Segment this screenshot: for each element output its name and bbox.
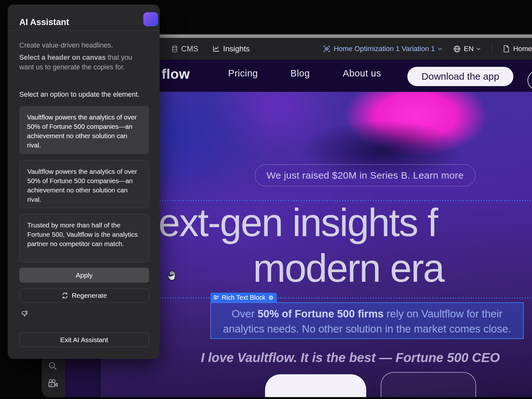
- panel-title: AI Assistant: [19, 17, 69, 27]
- partial-circle-element: [528, 71, 532, 90]
- hero-headline-line2: modern era: [165, 249, 532, 288]
- selected-element-label: Rich Text Block: [222, 294, 265, 301]
- target-icon: [323, 45, 331, 53]
- rich-text-block-icon: [213, 295, 219, 300]
- ai-assistant-panel: AI Assistant Create value-driven headlin…: [8, 4, 160, 359]
- page-selector-home[interactable]: Home: [503, 45, 532, 53]
- page-icon: [503, 45, 510, 53]
- panel-divider: [8, 31, 160, 31]
- video-record-icon[interactable]: [48, 379, 58, 388]
- testimonial-quote: I love Vaultflow. It is the best — Fortu…: [169, 350, 532, 365]
- ai-gradient-icon: [143, 12, 158, 26]
- grab-cursor: [166, 269, 178, 282]
- line-chart-icon: [212, 45, 220, 53]
- chevron-down-icon: [476, 48, 481, 50]
- ai-option-3[interactable]: Trusted by more than half of the Fortune…: [19, 214, 149, 262]
- regenerate-label: Regenerate: [72, 292, 107, 299]
- announcement-pill[interactable]: We just raised $20M in Series B. Learn m…: [255, 164, 475, 186]
- nav-link-about[interactable]: About us: [343, 68, 381, 79]
- selection-dotted-line: [101, 297, 532, 298]
- download-app-button[interactable]: Download the app: [407, 67, 513, 86]
- panel-prompt: Select an option to update the element.: [19, 91, 139, 99]
- language-selector[interactable]: EN: [453, 45, 481, 53]
- site-frame: flow Pricing Blog About us Download the …: [101, 60, 532, 397]
- thumbs-down-icon[interactable]: [21, 310, 28, 318]
- hero-primary-button-partial[interactable]: [265, 374, 366, 397]
- toolbar-right-cluster: Home Optimization 1 Variation 1 EN: [323, 44, 532, 54]
- hero-secondary-button-partial[interactable]: [381, 372, 476, 397]
- screenshot-stage: CMS Insights Home Optimization 1 Var: [0, 0, 532, 399]
- cms-label: CMS: [181, 44, 198, 53]
- variant-label: Home Optimization 1 Variation 1: [334, 45, 435, 53]
- regenerate-button[interactable]: Regenerate: [19, 288, 149, 303]
- ai-option-1[interactable]: Vaultflow powers the analytics of over 5…: [19, 106, 149, 154]
- selected-element-tag[interactable]: Rich Text Block: [210, 293, 277, 302]
- nav-link-pricing[interactable]: Pricing: [228, 68, 258, 79]
- exit-ai-assistant-button[interactable]: Exit AI Assistant: [19, 332, 149, 347]
- site-logo[interactable]: flow: [162, 66, 190, 82]
- panel-intro-text: Create value-driven headlines. Select a …: [19, 40, 134, 75]
- site-navbar: flow Pricing Blog About us Download the …: [101, 60, 532, 92]
- toolbar-cms-button[interactable]: CMS: [171, 44, 198, 53]
- toolbar-insights-button[interactable]: Insights: [212, 44, 250, 53]
- gear-icon[interactable]: [268, 295, 274, 301]
- insights-label: Insights: [223, 44, 250, 53]
- chevron-down-icon: [438, 48, 442, 50]
- database-icon: [171, 45, 178, 53]
- intro-line2: Select a header on canvas that you want …: [19, 53, 134, 72]
- page-label: Home: [513, 45, 532, 53]
- zoom-tool-icon[interactable]: [48, 361, 58, 371]
- hero-headline-line1: ext-gen insights f: [158, 203, 437, 242]
- selected-rich-text-block[interactable]: Over 50% of Fortune 500 firms rely on Va…: [210, 302, 524, 339]
- nav-link-blog[interactable]: Blog: [290, 68, 310, 79]
- intro-line1: Create value-driven headlines.: [19, 40, 134, 50]
- apply-button[interactable]: Apply: [19, 268, 149, 283]
- globe-icon: [453, 45, 461, 53]
- rich-text-content: Over 50% of Fortune 500 firms rely on Va…: [211, 306, 523, 336]
- variant-selector[interactable]: Home Optimization 1 Variation 1: [323, 45, 442, 53]
- refresh-icon: [61, 292, 68, 299]
- toolbar-divider: [492, 44, 492, 54]
- language-label: EN: [464, 45, 474, 53]
- ai-option-2[interactable]: Vaultflow powers the analytics of over 5…: [19, 160, 149, 208]
